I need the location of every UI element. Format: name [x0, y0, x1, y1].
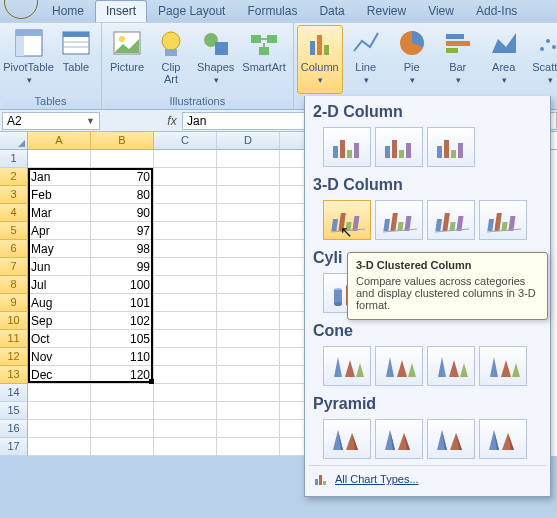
cell[interactable]: [217, 330, 280, 348]
row-header[interactable]: 13: [0, 366, 28, 384]
pivottable-button[interactable]: PivotTable: [3, 25, 54, 94]
select-all-corner[interactable]: [0, 132, 28, 149]
chart-option-cone-1[interactable]: [375, 346, 423, 386]
chart-option-pyr-1[interactable]: [375, 419, 423, 459]
cell[interactable]: [217, 384, 280, 402]
all-chart-types-link[interactable]: All Chart Types...: [335, 473, 419, 485]
cell[interactable]: 70: [91, 168, 154, 186]
cell[interactable]: 98: [91, 240, 154, 258]
cell[interactable]: [217, 204, 280, 222]
row-header[interactable]: 8: [0, 276, 28, 294]
chart-option-col3d-3[interactable]: [479, 200, 527, 240]
chart-option-cone-0[interactable]: [323, 346, 371, 386]
column-header[interactable]: C: [154, 132, 217, 149]
cell[interactable]: [154, 312, 217, 330]
cell[interactable]: [217, 258, 280, 276]
cell[interactable]: [217, 366, 280, 384]
row-header[interactable]: 15: [0, 402, 28, 420]
row-header[interactable]: 7: [0, 258, 28, 276]
row-header[interactable]: 14: [0, 384, 28, 402]
row-header[interactable]: 10: [0, 312, 28, 330]
chart-option-pyr-0[interactable]: [323, 419, 371, 459]
tab-page-layout[interactable]: Page Layout: [147, 0, 236, 22]
cell[interactable]: Aug: [28, 294, 91, 312]
chart-option-col2d-2[interactable]: [427, 127, 475, 167]
chart-option-col2d-1[interactable]: [375, 127, 423, 167]
cell[interactable]: 99: [91, 258, 154, 276]
cell[interactable]: [154, 186, 217, 204]
cell[interactable]: 102: [91, 312, 154, 330]
cell[interactable]: [91, 420, 154, 438]
cell[interactable]: 97: [91, 222, 154, 240]
tab-review[interactable]: Review: [356, 0, 417, 22]
cell[interactable]: [217, 348, 280, 366]
cell[interactable]: [28, 150, 91, 168]
cell[interactable]: [154, 276, 217, 294]
cell[interactable]: [154, 240, 217, 258]
row-header[interactable]: 2: [0, 168, 28, 186]
cell[interactable]: Nov: [28, 348, 91, 366]
cell[interactable]: [217, 222, 280, 240]
cell[interactable]: Oct: [28, 330, 91, 348]
cell[interactable]: 90: [91, 204, 154, 222]
cell[interactable]: [91, 150, 154, 168]
column-header[interactable]: D: [217, 132, 280, 149]
cell[interactable]: [28, 438, 91, 456]
cell[interactable]: [154, 384, 217, 402]
cell[interactable]: 80: [91, 186, 154, 204]
cell[interactable]: [154, 294, 217, 312]
row-header[interactable]: 9: [0, 294, 28, 312]
row-header[interactable]: 17: [0, 438, 28, 456]
column-header[interactable]: A: [28, 132, 91, 149]
chevron-down-icon[interactable]: ▼: [86, 116, 95, 126]
cell[interactable]: [154, 258, 217, 276]
column-button[interactable]: Column: [297, 25, 343, 94]
cell[interactable]: [91, 384, 154, 402]
row-header[interactable]: 12: [0, 348, 28, 366]
cell[interactable]: Feb: [28, 186, 91, 204]
tab-insert[interactable]: Insert: [95, 0, 147, 22]
clipart-button[interactable]: ClipArt: [149, 25, 193, 94]
cell[interactable]: [91, 402, 154, 420]
cell[interactable]: [217, 420, 280, 438]
chart-option-col3d-2[interactable]: [427, 200, 475, 240]
fx-icon[interactable]: fx: [162, 114, 182, 128]
row-header[interactable]: 16: [0, 420, 28, 438]
tab-home[interactable]: Home: [41, 0, 95, 22]
tab-add-ins[interactable]: Add-Ins: [465, 0, 528, 22]
cell[interactable]: [154, 402, 217, 420]
name-box[interactable]: A2 ▼: [2, 112, 100, 130]
tab-data[interactable]: Data: [308, 0, 355, 22]
cell[interactable]: 100: [91, 276, 154, 294]
cell[interactable]: [217, 312, 280, 330]
row-header[interactable]: 6: [0, 240, 28, 258]
chart-option-col2d-0[interactable]: [323, 127, 371, 167]
cell[interactable]: [154, 348, 217, 366]
cell[interactable]: Apr: [28, 222, 91, 240]
cell[interactable]: [154, 438, 217, 456]
cell[interactable]: [154, 204, 217, 222]
cell[interactable]: 110: [91, 348, 154, 366]
cell[interactable]: [217, 438, 280, 456]
chart-option-col3d-0[interactable]: [323, 200, 371, 240]
cell[interactable]: [217, 402, 280, 420]
cell[interactable]: [28, 402, 91, 420]
cell[interactable]: [217, 294, 280, 312]
cell[interactable]: [28, 384, 91, 402]
cell[interactable]: [217, 276, 280, 294]
cell[interactable]: 101: [91, 294, 154, 312]
row-header[interactable]: 1: [0, 150, 28, 168]
chart-option-pyr-2[interactable]: [427, 419, 475, 459]
scatter-button[interactable]: Scatter: [527, 25, 557, 94]
picture-button[interactable]: Picture: [105, 25, 149, 94]
cell[interactable]: Jun: [28, 258, 91, 276]
row-header[interactable]: 11: [0, 330, 28, 348]
cell[interactable]: [217, 186, 280, 204]
cell[interactable]: [217, 240, 280, 258]
cell[interactable]: Sep: [28, 312, 91, 330]
cell[interactable]: [154, 150, 217, 168]
cell[interactable]: [154, 366, 217, 384]
cell[interactable]: Jan: [28, 168, 91, 186]
cell[interactable]: Mar: [28, 204, 91, 222]
row-header[interactable]: 5: [0, 222, 28, 240]
